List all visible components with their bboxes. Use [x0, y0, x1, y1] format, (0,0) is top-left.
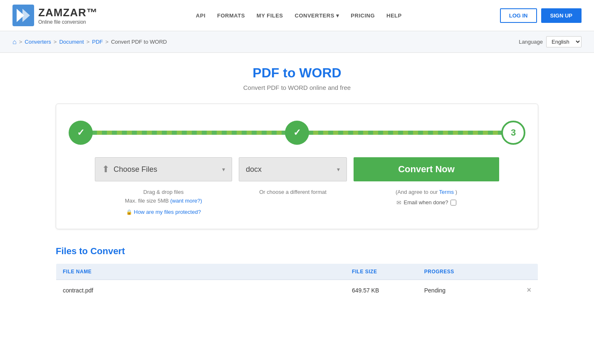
logo-text: ZAMZAR™ Online file conversion [38, 6, 98, 25]
breadcrumb: ⌂ > Converters > Document > PDF > Conver… [12, 38, 167, 46]
nav-my-files[interactable]: MY FILES [257, 12, 283, 19]
logo-icon [12, 5, 34, 26]
login-button[interactable]: LOG IN [500, 8, 537, 23]
choose-files-label: Choose Files [114, 165, 157, 174]
file-status-cell: Pending [418, 280, 514, 301]
breadcrumb-converters[interactable]: Converters [25, 39, 51, 45]
col-action [514, 264, 538, 280]
file-action-cell[interactable]: × [514, 280, 538, 301]
breadcrumb-bar: ⌂ > Converters > Document > PDF > Conver… [0, 31, 594, 53]
helper-row: Drag & drop files Max. file size 5MB (wa… [69, 188, 525, 216]
email-icon: ✉ [396, 199, 401, 206]
remove-file-button[interactable]: × [527, 286, 531, 295]
step-1: ✓ [69, 121, 93, 145]
choose-files-dropdown-icon: ▾ [222, 166, 225, 173]
format-helper: Or choose a different format [239, 188, 347, 216]
format-dropdown-icon: ▾ [337, 166, 340, 173]
choose-files-button[interactable]: ⬆ Choose Files ▾ [95, 157, 232, 181]
language-area: Language English French German Spanish [519, 36, 582, 47]
converters-dropdown-icon: ▾ [336, 12, 339, 19]
controls-row: ⬆ Choose Files ▾ docx ▾ Convert Now [69, 157, 525, 181]
choose-files-helper: Drag & drop files Max. file size 5MB (wa… [95, 188, 232, 216]
files-table: FILE NAME FILE SIZE PROGRESS contract.pd… [56, 263, 538, 301]
step-line-1 [92, 131, 286, 135]
format-label: docx [246, 165, 262, 174]
format-select-button[interactable]: docx ▾ [239, 157, 347, 181]
convert-now-button[interactable]: Convert Now [354, 157, 499, 181]
step-line-2 [308, 131, 502, 135]
home-icon[interactable]: ⌂ [12, 38, 17, 46]
signup-button[interactable]: SIGN UP [541, 8, 582, 23]
converter-card: ✓ ✓ 3 ⬆ Choose Files ▾ docx ▾ Convert No… [56, 104, 538, 229]
col-progress: PROGRESS [418, 264, 514, 280]
terms-link[interactable]: Terms [439, 189, 454, 195]
nav-pricing[interactable]: PRICING [351, 12, 375, 19]
protection-link[interactable]: How are my files protected? [134, 209, 201, 215]
language-label: Language [519, 39, 543, 45]
nav-api[interactable]: API [196, 12, 205, 19]
site-header: ZAMZAR™ Online file conversion API FORMA… [0, 0, 594, 31]
terms-text: (And agree to our [396, 189, 438, 195]
files-heading: Files to Convert [56, 246, 538, 257]
col-filesize: FILE SIZE [345, 264, 418, 280]
lock-icon: 🔒 [126, 209, 132, 215]
nav-formats[interactable]: FORMATS [217, 12, 245, 19]
language-select[interactable]: English French German Spanish [546, 36, 582, 47]
convert-helper: (And agree to our Terms ) ✉ Email when d… [354, 188, 499, 216]
email-row: ✉ Email when done? [354, 199, 499, 206]
file-size-cell: 649.57 KB [345, 280, 418, 301]
files-section: Files to Convert FILE NAME FILE SIZE PRO… [56, 246, 538, 301]
max-size-text: Max. file size 5MB [125, 198, 170, 204]
logo-name: ZAMZAR™ [38, 6, 98, 19]
header-buttons: LOG IN SIGN UP [500, 8, 582, 23]
email-label: Email when done? [404, 199, 448, 206]
step-2: ✓ [285, 121, 309, 145]
table-row: contract.pdf 649.57 KB Pending × [56, 280, 538, 301]
main-content: PDF to WORD Convert PDF to WORD online a… [47, 53, 547, 313]
breadcrumb-pdf[interactable]: PDF [92, 39, 103, 45]
step-3: 3 [501, 121, 525, 145]
main-nav: API FORMATS MY FILES CONVERTERS ▾ PRICIN… [196, 12, 402, 19]
nav-converters[interactable]: CONVERTERS ▾ [295, 12, 339, 19]
page-subtitle: Convert PDF to WORD online and free [56, 84, 538, 91]
breadcrumb-document[interactable]: Document [59, 39, 84, 45]
want-more-link[interactable]: (want more?) [170, 198, 202, 204]
col-filename: FILE NAME [56, 264, 345, 280]
table-header-row: FILE NAME FILE SIZE PROGRESS [56, 264, 538, 280]
breadcrumb-current: Convert PDF to WORD [111, 39, 167, 45]
upload-icon: ⬆ [102, 164, 109, 175]
logo-sub: Online file conversion [38, 19, 98, 25]
nav-help[interactable]: HELP [386, 12, 402, 19]
file-name-cell: contract.pdf [56, 280, 345, 301]
drag-drop-text: Drag & drop files [144, 189, 184, 195]
page-title: PDF to WORD [56, 65, 538, 81]
format-alt-text: Or choose a different format [239, 188, 347, 197]
logo-area[interactable]: ZAMZAR™ Online file conversion [12, 5, 98, 26]
steps-row: ✓ ✓ 3 [69, 121, 525, 145]
email-checkbox[interactable] [450, 200, 456, 206]
